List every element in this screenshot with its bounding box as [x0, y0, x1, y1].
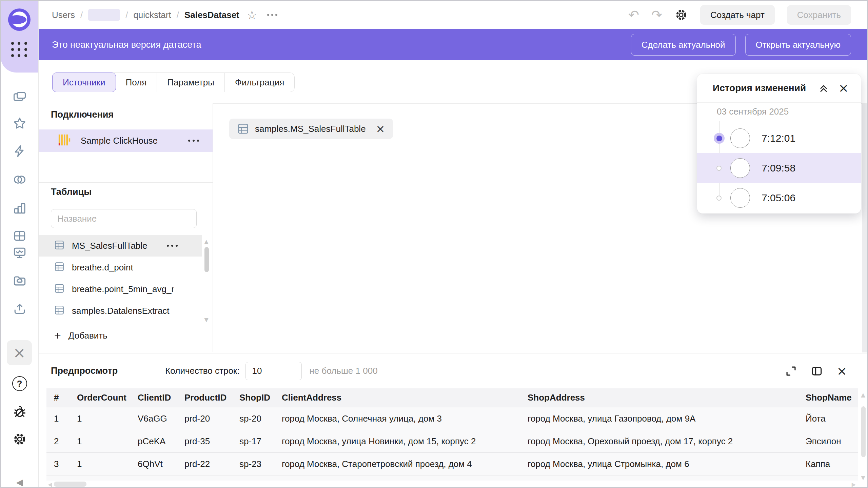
collapse-all-chevron-icon[interactable]: [818, 83, 829, 94]
tables-title: Таблицы: [51, 187, 92, 197]
connections-lightning-icon[interactable]: [1, 144, 38, 159]
history-close-icon[interactable]: ×: [839, 82, 849, 94]
col-shopname: ShopName: [806, 388, 858, 407]
charts-bar-icon[interactable]: [1, 201, 38, 216]
col-shopaddress: ShopAddress: [528, 388, 806, 407]
history-entry[interactable]: 7:12:01: [697, 123, 861, 153]
table-icon: [54, 283, 64, 295]
settings-gear-icon[interactable]: [1, 432, 38, 447]
export-upload-icon[interactable]: [1, 302, 38, 317]
history-time: 7:09:58: [762, 162, 795, 174]
tables-search-input[interactable]: [51, 209, 197, 228]
tables-list: MS_SalesFullTable breathe.d_point breath…: [38, 235, 213, 322]
connections-title: Подключения: [51, 109, 114, 120]
topbar-actions: ↶ ↷ Создать чарт Сохранить: [628, 1, 851, 29]
connection-item-sample-clickhouse[interactable]: Sample ClickHouse: [38, 129, 213, 152]
breadcrumb-current: SalesDataset: [184, 10, 239, 20]
history-date: 03 сентября 2025: [717, 106, 789, 117]
history-entry[interactable]: 7:05:06: [697, 183, 861, 213]
preview-section: Предпросмотр Количество строк: не больше…: [38, 353, 867, 487]
list-scrollbar-thumb[interactable]: [204, 247, 209, 272]
row-count-input[interactable]: [245, 362, 302, 380]
expand-preview-icon[interactable]: [785, 365, 797, 377]
col-clientaddress: ClientAddress: [282, 388, 528, 407]
source-table-chip[interactable]: samples.MS_SalesFullTable ×: [229, 119, 393, 139]
favorite-star-icon[interactable]: ☆: [247, 8, 257, 22]
favorites-star-icon[interactable]: [1, 116, 38, 131]
preview-scroll-up-icon[interactable]: ▲: [861, 391, 865, 398]
collections-icon[interactable]: [1, 89, 38, 104]
version-dot[interactable]: [716, 196, 722, 201]
preview-table: # OrderCount ClientID ProductID ShopID C…: [46, 388, 858, 481]
dashboards-grid-icon[interactable]: [1, 228, 38, 243]
dataset-settings-gear-icon[interactable]: [674, 8, 688, 22]
create-chart-button[interactable]: Создать чарт: [700, 5, 775, 25]
version-dot[interactable]: [716, 166, 722, 171]
datasets-circles-icon[interactable]: [1, 172, 38, 187]
table-item[interactable]: breathe.d_point: [38, 257, 202, 278]
preview-table-wrap: # OrderCount ClientID ProductID ShopID C…: [46, 388, 858, 481]
list-scroll-down-icon[interactable]: ▼: [204, 316, 209, 323]
preview-header: Предпросмотр Количество строк: не больше…: [38, 353, 867, 388]
close-side-panel-button[interactable]: ×: [7, 340, 32, 365]
split-view-icon[interactable]: [811, 365, 823, 377]
col-productid: ProductID: [184, 388, 239, 407]
undo-icon[interactable]: ↶: [628, 8, 639, 21]
table-item-selected[interactable]: MS_SalesFullTable: [38, 235, 202, 257]
breadcrumb-redacted[interactable]: [88, 9, 120, 21]
history-entry-highlighted[interactable]: 7:09:58: [697, 153, 861, 183]
preview-close-icon[interactable]: ×: [837, 365, 847, 377]
help-icon[interactable]: ?: [1, 376, 38, 391]
collapse-left-icon: ◀: [16, 477, 23, 487]
make-actual-button[interactable]: Сделать актуальной: [631, 34, 736, 56]
preview-hscrollbar-thumb[interactable]: [54, 482, 86, 487]
open-actual-button[interactable]: Открыть актуальную: [745, 34, 851, 56]
avatar: [730, 128, 750, 148]
breadcrumb-project[interactable]: quickstart: [133, 10, 171, 20]
avatar: [730, 188, 750, 208]
redo-icon[interactable]: ↷: [651, 8, 662, 21]
row-count-label: Количество строк:: [165, 366, 239, 376]
sources-side-panel: Подключения Sample ClickHouse Таблицы: [38, 103, 213, 352]
tab-filtering[interactable]: Фильтрация: [224, 73, 294, 92]
avatar: [730, 158, 750, 178]
collapse-rail-button[interactable]: ◀: [1, 477, 38, 487]
apps-grid-icon[interactable]: [11, 42, 28, 58]
monitoring-icon[interactable]: [1, 245, 38, 260]
history-panel: История изменений × 03 сентября 2025 7:1…: [697, 74, 861, 214]
remove-source-icon[interactable]: ×: [376, 123, 385, 134]
save-button[interactable]: Сохранить: [787, 5, 851, 25]
history-time: 7:05:06: [762, 192, 795, 204]
preview-scroll-down-icon[interactable]: ▼: [861, 474, 865, 481]
connection-more-icon[interactable]: [188, 140, 199, 142]
col-clientid: ClientID: [138, 388, 184, 407]
rail-top-panel: [1, 1, 38, 73]
current-version-radio[interactable]: [714, 133, 725, 144]
tab-fields[interactable]: Поля: [116, 73, 157, 92]
table-more-icon[interactable]: [167, 245, 178, 247]
preview-scroll-left-icon[interactable]: ◀: [48, 481, 52, 488]
panel-divider: [38, 182, 213, 183]
canvas-scrollbar-track[interactable]: [862, 104, 867, 352]
more-menu-icon[interactable]: [267, 14, 277, 16]
source-chip-label: samples.MS_SalesFullTable: [255, 124, 366, 134]
table-item[interactable]: breathe.point_5min_avg_mos_s…: [38, 278, 202, 300]
plus-icon: +: [54, 330, 61, 341]
topbar: Users / / quickstart / SalesDataset ☆ ↶ …: [38, 1, 867, 29]
storage-folder-icon[interactable]: [1, 273, 38, 288]
tab-parameters[interactable]: Параметры: [157, 73, 224, 92]
datalens-logo-icon[interactable]: [7, 7, 32, 32]
tab-sources[interactable]: Источники: [52, 73, 116, 92]
preview-vscrollbar-thumb[interactable]: [861, 406, 866, 457]
table-item[interactable]: samples.DatalensExtract: [38, 300, 202, 322]
list-scroll-up-icon[interactable]: ▲: [204, 238, 209, 245]
table-row-partial: [46, 475, 858, 481]
breadcrumb-users[interactable]: Users: [52, 10, 75, 20]
table-icon: [54, 240, 64, 251]
add-table-button[interactable]: + Добавить: [54, 330, 107, 341]
col-shopid: ShopID: [239, 388, 282, 407]
bug-report-icon[interactable]: [1, 405, 38, 420]
dataset-tabs: Источники Поля Параметры Фильтрация: [52, 73, 295, 92]
preview-scroll-right-icon[interactable]: ▶: [852, 481, 856, 488]
table-icon: [237, 123, 249, 135]
